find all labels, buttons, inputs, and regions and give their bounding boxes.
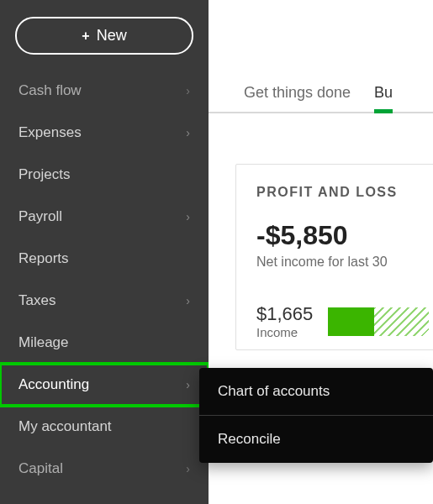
sidebar-item-projects[interactable]: Projects [0,154,209,196]
sidebar-item-label: Expenses [18,124,82,141]
chevron-right-icon: › [186,294,190,307]
submenu-chart-of-accounts[interactable]: Chart of accounts [199,368,433,415]
sidebar-item-label: My accountant [18,418,112,435]
sidebar-item-label: Taxes [18,292,55,309]
income-bar-hatched [374,307,429,336]
sidebar-item-accounting[interactable]: Accounting › [0,364,209,406]
sidebar-item-cash-flow[interactable]: Cash flow › [0,70,209,112]
sidebar-item-label: Payroll [18,208,62,225]
chevron-right-icon: › [186,126,190,139]
tabs: Get things done Bu [209,84,433,113]
chevron-right-icon: › [186,210,190,223]
sidebar-item-reports[interactable]: Reports [0,238,209,280]
chevron-right-icon: › [186,462,190,475]
income-bar [328,307,429,336]
sidebar-item-payroll[interactable]: Payroll › [0,196,209,238]
new-button[interactable]: + New [15,17,193,55]
accounting-submenu: Chart of accounts Reconcile [199,368,433,463]
sidebar-item-label: Cash flow [18,82,82,99]
plus-icon: + [82,29,89,44]
net-income-subtext: Net income for last 30 [256,255,433,270]
sidebar-item-label: Reports [18,250,69,267]
profit-loss-card: PROFIT AND LOSS -$5,850 Net income for l… [235,164,433,350]
tab-get-things-done[interactable]: Get things done [244,84,351,102]
card-title: PROFIT AND LOSS [256,185,433,200]
new-button-label: New [97,27,127,45]
tab-business-overview[interactable]: Bu [374,84,393,102]
income-row: $1,665 Income [256,303,433,339]
sidebar-item-label: Accounting [18,376,89,393]
sidebar: + New Cash flow › Expenses › Projects Pa… [0,0,209,504]
chevron-right-icon: › [186,378,190,391]
sidebar-item-label: Capital [18,460,63,477]
sidebar-item-mileage[interactable]: Mileage [0,322,209,364]
sidebar-item-my-accountant[interactable]: My accountant [0,406,209,448]
income-amount: $1,665 [256,303,313,325]
income-label: Income [256,325,313,339]
submenu-reconcile[interactable]: Reconcile [199,415,433,463]
income-bar-solid [328,307,374,336]
sidebar-item-taxes[interactable]: Taxes › [0,280,209,322]
sidebar-item-expenses[interactable]: Expenses › [0,112,209,154]
chevron-right-icon: › [186,84,190,97]
net-income-amount: -$5,850 [256,220,433,251]
to-review-link[interactable]: 4 TO REVIEW [256,285,433,298]
sidebar-item-capital[interactable]: Capital › [0,448,209,490]
sidebar-item-label: Projects [18,166,70,183]
sidebar-item-label: Mileage [18,334,69,351]
